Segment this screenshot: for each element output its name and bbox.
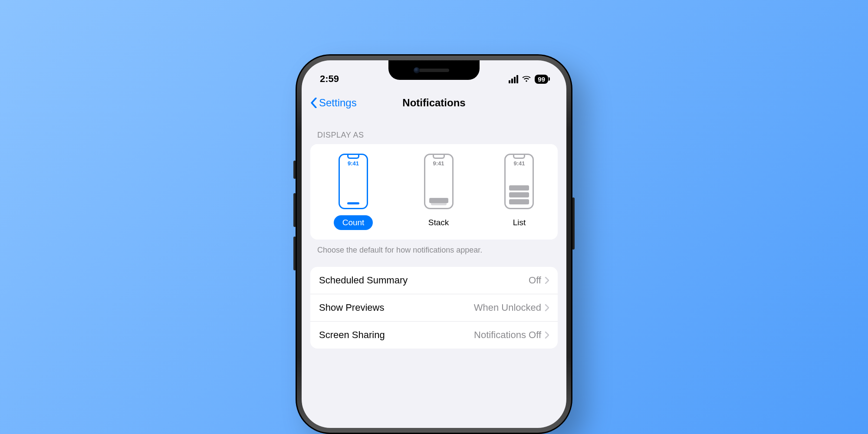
power-button: [572, 197, 575, 250]
page-title: Notifications: [402, 97, 465, 109]
battery-level: 99: [538, 76, 545, 83]
wifi-icon: [522, 76, 531, 82]
volume-down-button: [293, 237, 296, 270]
stack-preview-icon: 9:41: [424, 154, 454, 209]
navigation-bar: Settings Notifications: [302, 89, 566, 118]
list-preview-icon: 9:41: [504, 154, 534, 209]
notch: [388, 60, 480, 80]
screen: 2:59 99 Settings Notifications DISPLAY A…: [302, 60, 566, 428]
option-label: Stack: [420, 215, 458, 230]
settings-list: Scheduled Summary Off Show Previews When…: [310, 267, 558, 349]
row-label: Show Previews: [319, 302, 384, 313]
option-label: List: [504, 215, 535, 230]
cellular-signal-icon: [509, 75, 518, 83]
row-screen-sharing[interactable]: Screen Sharing Notifications Off: [310, 321, 558, 349]
section-header-display-as: DISPLAY AS: [302, 118, 566, 144]
front-camera-icon: [414, 67, 420, 73]
back-label: Settings: [319, 97, 357, 109]
display-option-stack[interactable]: 9:41 Stack: [420, 154, 458, 230]
display-as-card: 9:41 Count 9:41 Stack 9:41 List: [310, 144, 558, 240]
row-value: Off: [529, 275, 541, 286]
iphone-frame: 2:59 99 Settings Notifications DISPLAY A…: [296, 54, 572, 434]
row-show-previews[interactable]: Show Previews When Unlocked: [310, 294, 558, 321]
back-button[interactable]: Settings: [310, 97, 357, 109]
battery-indicator: 99: [535, 75, 548, 84]
row-label: Screen Sharing: [319, 329, 385, 341]
row-scheduled-summary[interactable]: Scheduled Summary Off: [310, 267, 558, 294]
row-label: Scheduled Summary: [319, 275, 408, 286]
chevron-right-icon: [545, 277, 549, 284]
chevron-left-icon: [310, 98, 317, 108]
status-time: 2:59: [320, 73, 339, 85]
speaker-icon: [419, 69, 449, 72]
display-option-count[interactable]: 9:41 Count: [334, 154, 373, 230]
count-preview-icon: 9:41: [339, 154, 368, 209]
section-footer: Choose the default for how notifications…: [302, 240, 566, 267]
row-value: Notifications Off: [474, 329, 541, 341]
row-value: When Unlocked: [474, 302, 541, 313]
option-label: Count: [334, 215, 373, 230]
chevron-right-icon: [545, 304, 549, 311]
chevron-right-icon: [545, 332, 549, 339]
volume-up-button: [293, 193, 296, 227]
mute-switch: [293, 161, 296, 179]
display-option-list[interactable]: 9:41 List: [504, 154, 535, 230]
